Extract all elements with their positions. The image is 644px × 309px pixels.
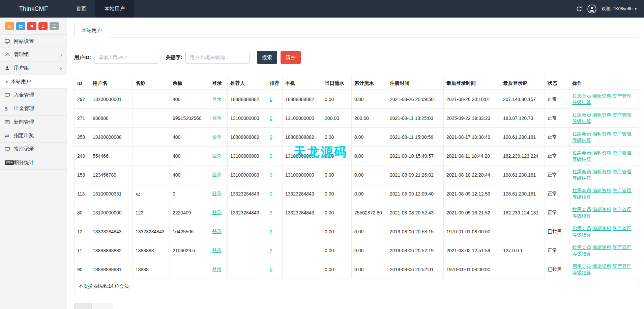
action-link[interactable]: 拉黑会员 [572,112,591,118]
action-link[interactable]: 资产管理 [613,188,632,193]
action-link[interactable]: 资产管理 [613,112,632,118]
action-link[interactable]: 等级结算 [572,270,591,275]
action-link[interactable]: 资产管理 [613,131,632,136]
action-link[interactable]: 拉黑会员 [572,131,591,136]
action-link[interactable]: 启用会员 [572,263,591,269]
action-link[interactable]: 资产管理 [613,207,632,212]
action-link[interactable]: 等级结算 [572,156,591,162]
sidebar-item-bets[interactable]: 投注记录 [0,143,67,156]
nav-home[interactable]: 首页 [67,0,95,18]
action-link[interactable]: 拉黑会员 [572,188,591,193]
cell-total-flow: 0.00 [352,147,387,165]
upload-icon[interactable]: ↥ [38,22,48,30]
keyword-label: 关键字: [166,54,182,61]
login-link[interactable]: 登录 [212,229,222,234]
referrals-link[interactable]: 0 [270,134,272,140]
brand-logo[interactable]: ThinkCMF [0,0,67,18]
referrals-link[interactable]: 2 [270,229,272,234]
login-link[interactable]: 登录 [212,210,222,215]
action-link[interactable]: 编辑资料 [592,207,611,212]
action-link[interactable]: 资产管理 [613,150,632,155]
action-link[interactable]: 拉黑会员 [572,207,591,212]
action-link[interactable]: 等级结算 [572,175,591,181]
referrals-link[interactable]: 0 [270,191,272,197]
action-link[interactable]: 编辑资料 [592,112,611,118]
user-row: 25813100000008400登录188888888820188888888… [75,128,639,147]
action-link[interactable]: 编辑资料 [592,226,611,231]
action-link[interactable]: 编辑资料 [592,244,611,250]
login-link[interactable]: 登录 [212,153,222,158]
action-link[interactable]: 资产管理 [613,244,632,250]
action-link[interactable]: 等级结算 [572,100,591,105]
referrals-link[interactable]: 0 [270,115,272,121]
sidebar-item-admin-group[interactable]: 管理组 › [0,48,67,61]
action-link[interactable]: 编辑资料 [592,93,611,99]
referrals-link[interactable]: 0 [270,97,272,102]
home-icon[interactable]: ⌂ [5,22,14,30]
sidebar-item-points[interactable]: VISA 积分统计 [0,156,67,170]
refresh-icon[interactable] [576,6,582,12]
list-icon[interactable]: ☰ [50,22,59,30]
action-link[interactable]: 拉黑会员 [572,244,591,250]
sidebar-item-withdrawal[interactable]: $ 出金管理 [0,102,67,115]
login-link[interactable]: 登录 [212,172,222,177]
avatar-icon[interactable] [587,4,596,14]
cell-total-flow: 75562872.80 [352,203,387,222]
tab-site-users[interactable]: 本站用户 [74,24,109,37]
action-link[interactable]: 等级结算 [572,232,591,237]
referrals-link[interactable]: 3 [270,210,272,215]
action-link[interactable]: 等级结算 [572,213,591,218]
sidebar-item-prize[interactable]: ⇄ 指定出奖 [0,129,67,143]
clear-button[interactable]: 清空 [281,51,301,64]
cell-name: 123 [133,203,170,222]
login-link[interactable]: 登录 [212,134,222,139]
sidebar-item-site-settings[interactable]: 网站设置 [0,34,67,48]
action-link[interactable]: 资产管理 [613,226,632,231]
pagination-button[interactable] [92,303,113,309]
delete-icon[interactable]: ✖ [27,22,36,30]
action-link[interactable]: 拉黑会员 [572,169,591,174]
action-link[interactable]: 等级结算 [572,194,591,200]
action-link[interactable]: 拉黑会员 [572,93,591,99]
referrals-link[interactable]: 2 [270,248,272,253]
referrals-link[interactable]: 0 [270,153,272,159]
action-link[interactable]: 编辑资料 [592,263,611,269]
cell-last-ip: 108.61.200.181 [500,128,545,147]
login-link[interactable]: 登录 [212,96,222,102]
sidebar-item-user-group[interactable]: 用户组 › [0,61,67,75]
keyword-input[interactable] [185,51,250,64]
nav-site-users[interactable]: 本站用户 [95,0,134,18]
action-link[interactable]: 编辑资料 [592,131,611,136]
referrals-link[interactable]: 0 [270,267,272,272]
cell-daily-flow: 0.00 [322,147,352,165]
action-link[interactable]: 编辑资料 [592,169,611,174]
action-link[interactable]: 编辑资料 [592,150,611,155]
action-link[interactable]: 等级结算 [572,119,591,124]
action-link[interactable]: 资产管理 [613,263,632,269]
action-link[interactable]: 资产管理 [613,93,632,99]
filter-bar: 用户ID: 关键字: 搜索 清空 [74,51,644,64]
pagination-button[interactable] [74,303,92,309]
sidebar-item-deposit[interactable]: 入金管理 [0,88,67,102]
action-link[interactable]: 拉黑会员 [572,150,591,155]
action-link[interactable]: 等级结算 [572,251,591,256]
sidebar-item-news[interactable]: 新闻管理 [0,115,67,129]
user-id-input[interactable] [94,51,158,64]
login-link[interactable]: 登录 [212,266,222,272]
action-link[interactable]: 启用会员 [572,226,591,231]
login-link[interactable]: 登录 [212,191,222,196]
panel-icon[interactable]: ▤ [16,22,25,30]
action-link[interactable]: 编辑资料 [592,188,611,193]
cell-phone: 18888888882 [283,90,322,109]
user-menu[interactable]: 欢迎, TK08yn6h ▼ [602,6,637,12]
referrals-link[interactable]: 0 [270,172,272,178]
login-link[interactable]: 登录 [212,248,222,253]
login-link[interactable]: 登录 [212,115,222,121]
cell-username: 13100000008 [90,128,133,147]
action-link[interactable]: 等级结算 [572,137,591,143]
sidebar-item-site-users[interactable]: ▸ 本站用户 [0,75,67,88]
action-link[interactable]: 资产管理 [613,169,632,174]
cell-id: 113 [75,184,90,203]
search-button[interactable]: 搜索 [257,51,277,64]
cell-registered: 2019-08-06 20:52:01 [387,260,444,279]
